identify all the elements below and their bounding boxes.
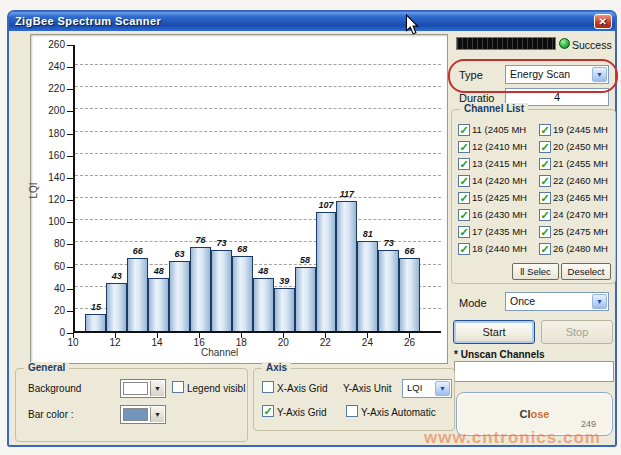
- y-tick-label: 180: [31, 128, 65, 139]
- channel-checkbox[interactable]: ✓: [539, 243, 551, 255]
- channel-label: 23 (2465 MH: [553, 192, 608, 203]
- background-color-swatch: [123, 382, 148, 395]
- y-tick: [67, 178, 73, 179]
- unscan-channels-box[interactable]: [454, 361, 614, 382]
- bar-value-label: 81: [363, 229, 373, 239]
- channel-checkbox[interactable]: ✓: [458, 226, 470, 238]
- select-all-button[interactable]: ll Selec: [512, 263, 559, 280]
- channel-checkbox[interactable]: ✓: [539, 226, 551, 238]
- bar-color-dropdown[interactable]: ▼: [120, 405, 166, 424]
- bar-value-label: 73: [384, 238, 394, 248]
- channel-item[interactable]: ✓21 (2455 MH: [539, 155, 615, 172]
- channel-checkbox[interactable]: ✓: [458, 124, 470, 136]
- channel-item[interactable]: ✓15 (2425 MH: [458, 189, 539, 206]
- channel-label: 12 (2410 MH: [472, 141, 527, 152]
- channel-list-buttons: ll Selec Deselect: [512, 263, 611, 280]
- y-gridline: [75, 219, 441, 220]
- channel-item[interactable]: ✓26 (2480 MH: [539, 240, 615, 257]
- channel-list-items: ✓11 (2405 MH✓19 (2445 MH✓12 (2410 MH✓20 …: [458, 121, 615, 257]
- bar-value-label: 58: [300, 255, 310, 265]
- chart-panel: LQI 1543664863767368483958107117817366 0…: [30, 34, 448, 364]
- x-tick-label: 24: [362, 337, 373, 348]
- background-color-dropdown[interactable]: ▼: [120, 379, 166, 398]
- red-highlight-annotation: [448, 59, 618, 93]
- bar-value-label: 43: [112, 271, 122, 281]
- channel-checkbox[interactable]: ✓: [539, 141, 551, 153]
- y-tick-label: 100: [31, 216, 65, 227]
- x-axis-grid-checkbox[interactable]: [262, 381, 274, 393]
- channel-checkbox[interactable]: ✓: [458, 209, 470, 221]
- chevron-down-icon[interactable]: ▼: [592, 294, 607, 309]
- channel-label: 19 (2445 MH: [553, 124, 608, 135]
- channel-label: 25 (2475 MH: [553, 226, 608, 237]
- channel-item[interactable]: ✓13 (2415 MH: [458, 155, 539, 172]
- y-axis-unit-dropdown[interactable]: LQI ▼: [402, 379, 452, 398]
- mode-dropdown-value: Once: [510, 295, 535, 307]
- channel-item[interactable]: ✓22 (2460 MH: [539, 172, 615, 189]
- y-tick: [67, 67, 73, 68]
- y-axis-automatic-label: Y-Axis Automatic: [361, 407, 436, 418]
- x-tick-label: 26: [404, 337, 415, 348]
- channel-checkbox[interactable]: ✓: [539, 175, 551, 187]
- channel-item[interactable]: ✓12 (2410 MH: [458, 138, 539, 155]
- bar-value-label: 107: [318, 200, 333, 210]
- bar-value-label: 39: [279, 276, 289, 286]
- close-dialog-label-overlay: ose: [531, 408, 550, 420]
- channel-checkbox[interactable]: ✓: [539, 209, 551, 221]
- channel-label: 14 (2420 MH: [472, 175, 527, 186]
- bar: [378, 250, 399, 331]
- channel-item[interactable]: ✓11 (2405 MH: [458, 121, 539, 138]
- mouse-cursor-icon: [405, 14, 419, 35]
- y-axis-unit-value: LQI: [407, 382, 422, 393]
- channel-item[interactable]: ✓16 (2430 MH: [458, 206, 539, 223]
- watermark-small: 249: [581, 419, 596, 429]
- channel-checkbox[interactable]: ✓: [458, 192, 470, 204]
- channel-item[interactable]: ✓19 (2445 MH: [539, 121, 615, 138]
- deselect-button[interactable]: Deselect: [561, 263, 611, 280]
- y-tick-label: 0: [31, 327, 65, 338]
- y-tick: [67, 289, 73, 290]
- bar-value-label: 117: [340, 189, 354, 199]
- status-text: Success: [572, 39, 612, 51]
- bar: [253, 278, 274, 331]
- bar-value-label: 76: [195, 235, 205, 245]
- background-label: Background: [28, 383, 81, 394]
- bar: [336, 201, 357, 331]
- channel-item[interactable]: ✓14 (2420 MH: [458, 172, 539, 189]
- x-tick-label: 22: [320, 337, 331, 348]
- mode-dropdown[interactable]: Once ▼: [505, 292, 609, 311]
- close-icon: ✕: [599, 17, 608, 27]
- channel-item[interactable]: ✓17 (2435 MH: [458, 223, 539, 240]
- y-tick-label: 80: [31, 238, 65, 249]
- channel-checkbox[interactable]: ✓: [539, 192, 551, 204]
- channel-item[interactable]: ✓23 (2465 MH: [539, 189, 615, 206]
- channel-checkbox[interactable]: ✓: [458, 158, 470, 170]
- start-button[interactable]: Start: [453, 320, 535, 344]
- channel-checkbox[interactable]: ✓: [539, 124, 551, 136]
- stop-button: Stop: [541, 320, 613, 344]
- titlebar[interactable]: ZigBee Spectrum Scanner ✕: [9, 12, 615, 31]
- chevron-down-icon[interactable]: ▼: [435, 381, 450, 396]
- channel-item[interactable]: ✓25 (2475 MH: [539, 223, 615, 240]
- y-axis-grid-checkbox[interactable]: ✓: [262, 405, 274, 417]
- bar-color-label: Bar color :: [28, 409, 74, 420]
- chevron-down-icon[interactable]: ▼: [150, 407, 164, 422]
- bar: [357, 241, 378, 331]
- legend-visible-checkbox[interactable]: [172, 381, 184, 393]
- channel-checkbox[interactable]: ✓: [458, 175, 470, 187]
- y-gridline: [75, 131, 441, 132]
- close-button[interactable]: ✕: [594, 14, 612, 29]
- channel-item[interactable]: ✓18 (2440 MH: [458, 240, 539, 257]
- y-axis-automatic-checkbox[interactable]: [346, 405, 358, 417]
- chevron-down-icon[interactable]: ▼: [150, 381, 164, 396]
- channel-item[interactable]: ✓24 (2470 MH: [539, 206, 615, 223]
- channel-checkbox[interactable]: ✓: [458, 243, 470, 255]
- channel-label: 13 (2415 MH: [472, 158, 527, 169]
- channel-item[interactable]: ✓20 (2450 MH: [539, 138, 615, 155]
- y-tick: [67, 244, 73, 245]
- channel-checkbox[interactable]: ✓: [539, 158, 551, 170]
- y-tick-label: 260: [31, 39, 65, 50]
- channel-checkbox[interactable]: ✓: [458, 141, 470, 153]
- bar: [211, 250, 232, 331]
- y-gridline: [75, 153, 441, 154]
